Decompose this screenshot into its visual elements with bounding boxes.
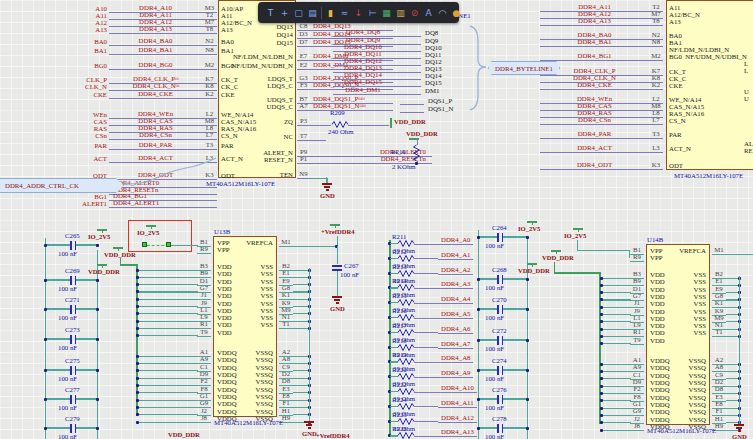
ic1-right-row[interactable]: A7 DDR4_DQS1_N≈≈ <box>297 102 393 111</box>
power-port-vdd_ddr[interactable]: VDD_DDR <box>518 267 550 275</box>
ellipse-icon[interactable]: ● <box>451 8 462 18</box>
net-label[interactable]: DDR4_BG1 <box>540 52 649 61</box>
power-port-vdd-ddr[interactable]: VDD_DDR <box>406 130 438 138</box>
capacitor-designator[interactable]: C274 <box>492 357 507 365</box>
no-erc-icon[interactable]: ⊘ <box>409 8 420 18</box>
resistor-designator[interactable]: R210 <box>391 148 406 156</box>
net-label[interactable]: DDR4_CKE <box>540 81 649 90</box>
power-port-io_2v5[interactable]: IO_2V5 <box>518 225 540 233</box>
net-label[interactable]: DDR4_A10 <box>438 384 477 393</box>
mem-block-designator[interactable]: U13B <box>214 228 230 236</box>
capacitor-designator[interactable]: C265 <box>65 232 80 240</box>
ic2-row[interactable]: DDR4_CSn L7 <box>540 116 663 125</box>
power-port-io-2v5[interactable]: IO_2V5 <box>137 229 159 237</box>
net-label[interactable]: DDR4_PAR <box>109 141 202 150</box>
gnd-label[interactable]: GND <box>732 433 747 439</box>
signal-row[interactable]: A13 DDR4_A13 T8 <box>73 25 217 34</box>
signal-row[interactable]: PAR DDR4_PAR T3 <box>73 141 217 150</box>
ic2-row[interactable]: DDR4_ACT L3 <box>540 144 663 153</box>
text-string-icon[interactable]: A <box>423 8 434 18</box>
ic2-row[interactable]: DDR4_BA1 N8 <box>540 38 663 47</box>
power-port-vdd_ddr[interactable]: VDD_DDR <box>88 268 120 276</box>
ic2-row[interactable]: DDR4_A13 T8 <box>540 17 663 26</box>
filter-icon[interactable]: T <box>265 8 276 18</box>
signal-row[interactable]: ALERT1 DDR4_ALERT1 <box>73 199 217 208</box>
net-label[interactable]: DDR4_BA0 <box>109 37 202 46</box>
net-label[interactable]: DDR4_A3 <box>438 280 473 289</box>
power-port-vdd-ddr[interactable]: VDD_DDR <box>542 254 574 262</box>
paste-icon[interactable]: ▤ <box>307 8 318 18</box>
signal-row[interactable]: BA0 DDR4_BA0 N2 <box>73 37 217 46</box>
net-label[interactable]: DDR4_BA1 <box>109 46 202 55</box>
signal-row[interactable]: CSn DDR4_CSn L7 <box>73 131 217 140</box>
net-label[interactable]: DDR4_A12 <box>438 414 477 423</box>
capacitor-designator[interactable]: C270 <box>492 296 507 304</box>
selection-handle[interactable] <box>142 242 147 247</box>
net-label[interactable]: DDR4_ALERT1 <box>109 199 217 208</box>
power-port-vrefddr4[interactable]: +VrefDDR4 <box>316 432 350 439</box>
power-port-vrefddr4[interactable]: +VrefDDR4 <box>321 228 355 236</box>
net-label[interactable]: DDR4_ACT <box>540 144 649 153</box>
power-port-vdd-ddr[interactable]: VDD_DDR <box>394 118 426 126</box>
capacitor-designator[interactable]: C271 <box>65 296 80 304</box>
capacitor-designator[interactable]: C275 <box>65 357 80 365</box>
capacitor-designator[interactable]: C268 <box>492 266 507 274</box>
net-label[interactable]: DDR4_BA1 <box>540 38 649 47</box>
ic2-row[interactable]: DDR4_PAR T3 <box>540 130 663 139</box>
signal-row[interactable]: BA1 DDR4_BA1 N8 <box>73 46 217 55</box>
signal-row[interactable]: CKE DDR4_CKE K2 <box>73 90 217 99</box>
net-label[interactable]: DDR4_A13 <box>438 428 477 437</box>
mem-block-designator[interactable]: U14B <box>647 236 663 244</box>
net-label[interactable]: DDR4_A4 <box>438 295 473 304</box>
crosshair-icon[interactable]: + <box>279 8 290 18</box>
net-label[interactable]: DDR4_A13 <box>109 25 202 34</box>
power-port-io-2v5[interactable]: IO_2V5 <box>564 232 586 240</box>
place-wire-icon[interactable]: ≈ <box>339 8 350 18</box>
net-label[interactable]: DDR4_CSn <box>540 116 649 125</box>
net-label[interactable]: DDR4_BG0 <box>109 61 202 70</box>
capacitor-designator[interactable]: C279 <box>65 415 80 423</box>
capacitor-designator[interactable]: C272 <box>492 327 507 335</box>
capacitor-designator[interactable]: C277 <box>65 386 80 394</box>
gnd-label[interactable]: GND <box>302 430 317 438</box>
capacitor-designator[interactable]: C267 <box>344 262 359 270</box>
bus-row[interactable]: DQS1_N <box>400 104 460 113</box>
net-label[interactable]: DDR4_A11 <box>438 399 477 408</box>
sheet-symbol-icon[interactable]: ▥ <box>395 8 406 18</box>
ic2-row[interactable]: DDR4_CKE K2 <box>540 81 663 90</box>
arc-icon[interactable]: ◠ <box>437 8 448 18</box>
ic2-row[interactable]: DDR4_ODT K3 <box>540 161 663 170</box>
power-port-icon[interactable]: ↓ <box>353 8 364 18</box>
measure-icon[interactable]: ⊢ <box>367 8 378 18</box>
net-label[interactable]: DDR4_DM1 <box>333 86 393 95</box>
mem-part-number[interactable]: MT40A512M16LY-107E <box>647 427 716 435</box>
net-label[interactable]: DDR4_A13 <box>540 17 649 26</box>
power-port-io_2v5[interactable]: IO_2V5 <box>88 233 110 241</box>
gnd-label[interactable]: GND <box>320 192 335 200</box>
net-label[interactable]: DDR4_A2 <box>438 266 473 275</box>
selection-rect-icon[interactable]: ▢ <box>293 8 304 18</box>
net-label[interactable]: DDR4_A0 <box>438 236 473 245</box>
net-label[interactable]: DDR4_A8 <box>438 354 473 363</box>
ic2-part-number[interactable]: MT40A512M16LY-107E <box>674 172 743 180</box>
schematic-canvas[interactable]: A10 DDR4_A10 M3 A11 DDR4_A11 T2 A12 DDR4… <box>0 0 753 439</box>
signal-row[interactable]: BG0 DDR4_BG0 M2 <box>73 61 217 70</box>
net-label[interactable]: DDR4_A6 <box>438 325 473 334</box>
ic2-row[interactable]: DDR4_BG1 M2 <box>540 52 663 61</box>
net-label[interactable]: DDR4_A7 <box>438 340 473 349</box>
mem-part-number[interactable]: MT40A512M16LY-107E <box>214 419 283 427</box>
net-label[interactable]: DDR4_A5 <box>438 310 473 319</box>
bus-row[interactable]: DDR4_DM1 DM1 <box>333 86 451 95</box>
net-label[interactable]: DDR4_A1 <box>438 251 473 260</box>
port-addr-ctrl-ck[interactable]: DDR4_ADDR_CTRL_CK <box>0 178 124 193</box>
place-ic-icon[interactable]: ▦ <box>381 8 392 18</box>
capacitor-designator[interactable]: C278 <box>492 415 507 423</box>
net-label[interactable]: DDR4_A9 <box>438 369 473 378</box>
net-label[interactable]: DDR4_PAR <box>540 130 649 139</box>
capacitor-designator[interactable]: C273 <box>65 326 80 334</box>
net-label[interactable]: DDR4_CKE <box>109 90 202 99</box>
gnd-label[interactable]: GND <box>330 305 345 313</box>
resistor-designator[interactable]: R209 <box>330 109 345 117</box>
floating-toolbar[interactable]: T+▢▤▮≈↓⊢▦▥⊘A◠● <box>258 2 459 23</box>
capacitor-designator[interactable]: C264 <box>492 224 507 232</box>
